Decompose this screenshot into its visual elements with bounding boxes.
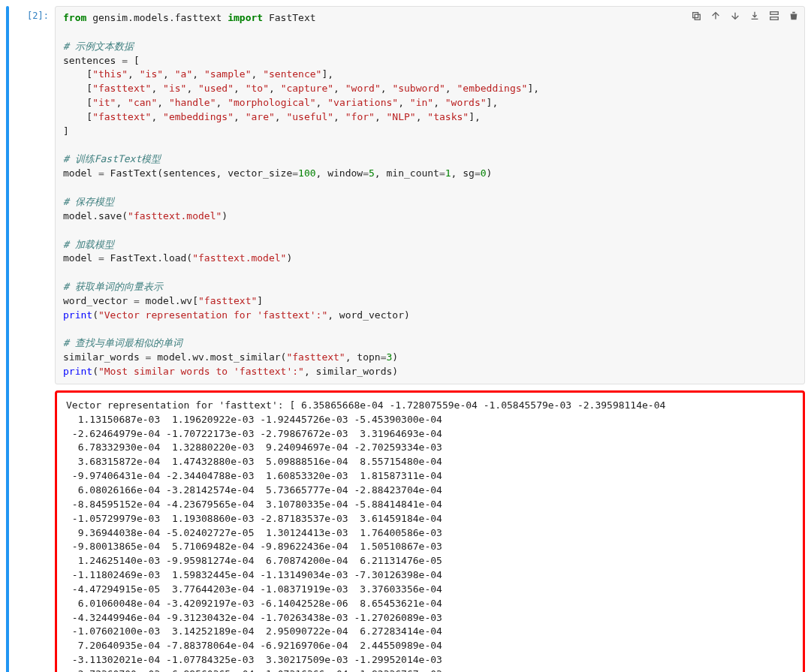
code-content[interactable]: from gensim.models.fasttext import FastT… [63, 11, 797, 379]
delete-icon[interactable] [788, 10, 800, 22]
svg-rect-1 [695, 14, 700, 20]
execution-prompt: [2]: [14, 6, 55, 21]
code-row: [2]: [14, 6, 805, 384]
output-text: Vector representation for 'fasttext': [ … [66, 399, 794, 672]
download-icon[interactable] [749, 10, 761, 22]
svg-rect-0 [693, 13, 698, 18]
output-area: Vector representation for 'fasttext': [ … [55, 390, 805, 672]
cell-run-indicator [6, 6, 9, 672]
svg-rect-3 [770, 17, 779, 20]
output-row: Vector representation for 'fasttext': [ … [14, 390, 805, 672]
cell-toolbar [690, 10, 800, 22]
duplicate-icon[interactable] [690, 10, 702, 22]
svg-rect-2 [770, 12, 779, 15]
arrow-down-icon[interactable] [729, 10, 741, 22]
notebook-cell: [2]: [6, 6, 805, 672]
output-prompt [14, 390, 55, 672]
insert-below-icon[interactable] [768, 10, 780, 22]
code-editor[interactable]: from gensim.models.fasttext import FastT… [55, 6, 805, 384]
arrow-up-icon[interactable] [710, 10, 722, 22]
